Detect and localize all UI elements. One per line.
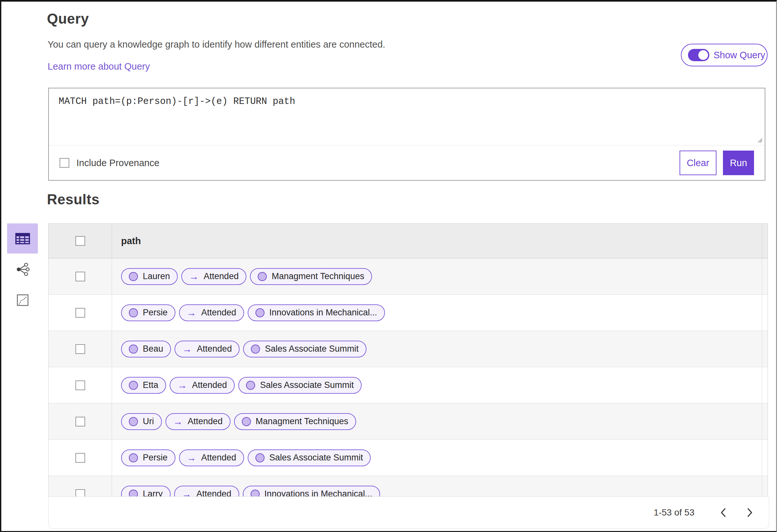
- edge-pill[interactable]: → Attended: [170, 377, 235, 394]
- row-checkbox[interactable]: [76, 489, 85, 497]
- path-column-header: path: [112, 224, 762, 258]
- target-node-pill[interactable]: Innovations in Mechanical...: [243, 486, 380, 497]
- show-query-toggle[interactable]: Show Query: [681, 44, 768, 67]
- edge-pill[interactable]: → Attended: [179, 304, 244, 321]
- path-cell: Larry → Attended Innovations in Mechanic…: [112, 476, 762, 496]
- source-node-label: Lauren: [143, 271, 170, 281]
- table-body: Lauren → Attended Managment Techniques P…: [48, 258, 768, 496]
- row-checkbox[interactable]: [76, 381, 85, 390]
- resize-grip-icon[interactable]: [756, 136, 763, 143]
- path-cell: Lauren → Attended Managment Techniques: [112, 258, 762, 294]
- target-node-pill[interactable]: Managment Techniques: [250, 268, 372, 285]
- edge-label: Attended: [192, 380, 227, 390]
- source-node-pill[interactable]: Etta: [121, 377, 166, 394]
- scrollbar-gutter: [762, 476, 768, 496]
- source-node-label: Larry: [143, 489, 163, 496]
- source-node-pill[interactable]: Larry: [121, 486, 171, 497]
- row-checkbox[interactable]: [76, 453, 85, 463]
- node-icon: [129, 417, 138, 426]
- source-node-pill[interactable]: Uri: [121, 413, 162, 430]
- target-node-label: Innovations in Mechanical...: [269, 308, 377, 318]
- row-checkbox-cell: [48, 476, 112, 496]
- run-button[interactable]: Run: [723, 150, 754, 175]
- results-view-switcher: [7, 223, 38, 307]
- arrow-right-icon: →: [182, 344, 192, 354]
- edge-pill[interactable]: → Attended: [179, 449, 244, 466]
- path-cell: Persie → Attended Sales Associate Summit: [112, 440, 762, 476]
- pagination-range-label: 1-53 of 53: [654, 507, 694, 518]
- node-icon: [255, 453, 264, 462]
- next-page-button[interactable]: [742, 506, 757, 520]
- pagination-bar: 1-53 of 53: [48, 496, 769, 529]
- select-all-checkbox[interactable]: [76, 236, 85, 246]
- scrollbar-gutter: [762, 367, 768, 403]
- row-checkbox-cell: [48, 404, 112, 439]
- scrollbar-gutter: [762, 224, 768, 258]
- row-checkbox[interactable]: [76, 417, 85, 426]
- target-node-pill[interactable]: Managment Techniques: [234, 413, 356, 430]
- show-query-label: Show Query: [713, 50, 765, 61]
- source-node-pill[interactable]: Beau: [121, 341, 171, 357]
- query-editor-panel: MATCH path=(p:Person)-[r]->(e) RETURN pa…: [48, 88, 765, 181]
- page-title: Query: [47, 11, 89, 27]
- target-node-pill[interactable]: Sales Associate Summit: [243, 341, 366, 357]
- previous-page-button[interactable]: [716, 506, 731, 520]
- query-page: Query You can query a knowledge graph to…: [0, 0, 777, 532]
- learn-more-link[interactable]: Learn more about Query: [47, 61, 150, 72]
- row-checkbox-cell: [48, 440, 112, 476]
- results-title: Results: [47, 191, 99, 208]
- arrow-right-icon: →: [187, 453, 197, 463]
- row-checkbox[interactable]: [76, 272, 85, 281]
- clear-button[interactable]: Clear: [680, 150, 716, 175]
- arrow-right-icon: →: [189, 272, 199, 281]
- node-icon: [129, 381, 138, 390]
- table-view-icon: [15, 230, 31, 247]
- row-checkbox[interactable]: [76, 308, 85, 318]
- row-checkbox-cell: [48, 295, 112, 331]
- node-icon: [251, 344, 260, 353]
- node-icon: [246, 381, 255, 390]
- chart-view-button[interactable]: [16, 293, 29, 307]
- row-checkbox[interactable]: [76, 344, 85, 354]
- table-row: Lauren → Attended Managment Techniques: [48, 258, 768, 295]
- table-header-row: path: [48, 224, 768, 258]
- query-input[interactable]: MATCH path=(p:Person)-[r]->(e) RETURN pa…: [49, 88, 765, 145]
- node-icon: [129, 344, 138, 353]
- node-icon: [129, 453, 138, 462]
- query-editor-area: MATCH path=(p:Person)-[r]->(e) RETURN pa…: [49, 88, 765, 145]
- include-provenance-label: Include Provenance: [77, 158, 159, 169]
- node-icon: [242, 417, 251, 426]
- path-cell: Uri → Attended Managment Techniques: [112, 404, 762, 439]
- target-node-label: Innovations in Mechanical...: [264, 489, 372, 496]
- path-cell: Beau → Attended Sales Associate Summit: [112, 331, 762, 367]
- table-row: Etta → Attended Sales Associate Summit: [48, 367, 768, 404]
- table-row: Persie → Attended Innovations in Mechani…: [48, 295, 768, 331]
- edge-pill[interactable]: → Attended: [175, 341, 240, 357]
- scrollbar-gutter: [762, 295, 768, 331]
- node-icon: [129, 308, 138, 317]
- scrollbar-gutter: [762, 258, 768, 294]
- source-node-pill[interactable]: Persie: [121, 449, 176, 466]
- header-checkbox-cell: [48, 224, 112, 258]
- source-node-pill[interactable]: Persie: [121, 304, 176, 321]
- graph-view-button[interactable]: [15, 261, 30, 278]
- target-node-pill[interactable]: Innovations in Mechanical...: [248, 304, 385, 321]
- source-node-pill[interactable]: Lauren: [121, 268, 178, 285]
- edge-pill[interactable]: → Attended: [165, 413, 230, 430]
- include-provenance-checkbox[interactable]: [60, 158, 69, 168]
- toggle-switch-icon[interactable]: [688, 49, 709, 61]
- edge-pill[interactable]: → Attended: [174, 486, 239, 497]
- node-icon: [250, 490, 260, 497]
- target-node-pill[interactable]: Sales Associate Summit: [248, 449, 371, 466]
- target-node-pill[interactable]: Sales Associate Summit: [238, 377, 362, 394]
- arrow-right-icon: →: [182, 489, 192, 497]
- source-node-label: Etta: [143, 380, 158, 390]
- target-node-label: Sales Associate Summit: [260, 380, 354, 390]
- table-view-button[interactable]: [7, 223, 38, 253]
- arrow-right-icon: →: [187, 308, 197, 318]
- results-table: path Lauren → Attended Managment Techniq…: [48, 223, 768, 496]
- page-description: You can query a knowledge graph to ident…: [47, 39, 385, 50]
- query-editor-footer: Include Provenance Clear Run: [49, 145, 765, 180]
- edge-pill[interactable]: → Attended: [181, 268, 246, 285]
- target-node-label: Managment Techniques: [271, 271, 364, 281]
